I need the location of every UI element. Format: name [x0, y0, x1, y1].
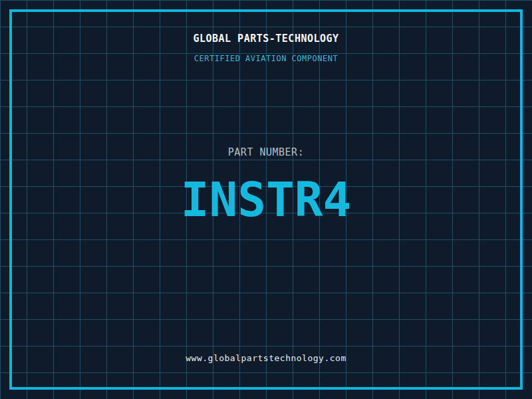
website-url: www.globalpartstechnology.com [0, 354, 532, 362]
company-title: GLOBAL PARTS-TECHNOLOGY [0, 34, 532, 44]
certificate-screen: GLOBAL PARTS-TECHNOLOGY CERTIFIED AVIATI… [0, 0, 532, 399]
certification-subtitle: CERTIFIED AVIATION COMPONENT [0, 55, 532, 63]
part-number-label: PART NUMBER: [0, 148, 532, 158]
part-number-value: INSTR4 [0, 176, 532, 223]
